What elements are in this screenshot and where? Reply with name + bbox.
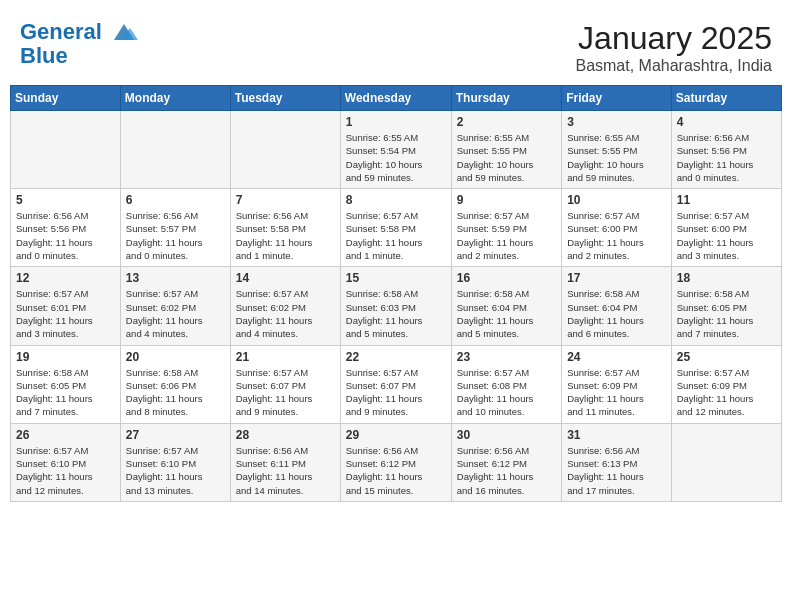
calendar-cell: 14Sunrise: 6:57 AM Sunset: 6:02 PM Dayli… (230, 267, 340, 345)
day-number: 23 (457, 350, 556, 364)
calendar-cell: 22Sunrise: 6:57 AM Sunset: 6:07 PM Dayli… (340, 345, 451, 423)
day-info: Sunrise: 6:58 AM Sunset: 6:04 PM Dayligh… (457, 287, 556, 340)
title-block: January 2025 Basmat, Maharashtra, India (575, 20, 772, 75)
logo: General Blue (20, 20, 138, 68)
calendar-cell: 18Sunrise: 6:58 AM Sunset: 6:05 PM Dayli… (671, 267, 781, 345)
logo-text: General (20, 20, 138, 44)
day-info: Sunrise: 6:56 AM Sunset: 6:12 PM Dayligh… (346, 444, 446, 497)
day-number: 22 (346, 350, 446, 364)
day-info: Sunrise: 6:56 AM Sunset: 5:58 PM Dayligh… (236, 209, 335, 262)
calendar-table: SundayMondayTuesdayWednesdayThursdayFrid… (10, 85, 782, 502)
day-info: Sunrise: 6:55 AM Sunset: 5:54 PM Dayligh… (346, 131, 446, 184)
weekday-header: Wednesday (340, 86, 451, 111)
day-info: Sunrise: 6:56 AM Sunset: 5:57 PM Dayligh… (126, 209, 225, 262)
calendar-cell: 31Sunrise: 6:56 AM Sunset: 6:13 PM Dayli… (562, 423, 672, 501)
day-number: 4 (677, 115, 776, 129)
weekday-header: Monday (120, 86, 230, 111)
day-info: Sunrise: 6:57 AM Sunset: 6:02 PM Dayligh… (126, 287, 225, 340)
logo-blue: Blue (20, 44, 138, 68)
day-info: Sunrise: 6:58 AM Sunset: 6:05 PM Dayligh… (16, 366, 115, 419)
calendar-cell: 15Sunrise: 6:58 AM Sunset: 6:03 PM Dayli… (340, 267, 451, 345)
day-info: Sunrise: 6:57 AM Sunset: 5:59 PM Dayligh… (457, 209, 556, 262)
calendar-cell: 10Sunrise: 6:57 AM Sunset: 6:00 PM Dayli… (562, 189, 672, 267)
day-number: 11 (677, 193, 776, 207)
calendar-cell: 9Sunrise: 6:57 AM Sunset: 5:59 PM Daylig… (451, 189, 561, 267)
day-number: 14 (236, 271, 335, 285)
day-number: 5 (16, 193, 115, 207)
day-info: Sunrise: 6:56 AM Sunset: 6:12 PM Dayligh… (457, 444, 556, 497)
day-info: Sunrise: 6:55 AM Sunset: 5:55 PM Dayligh… (567, 131, 666, 184)
calendar-week-row: 19Sunrise: 6:58 AM Sunset: 6:05 PM Dayli… (11, 345, 782, 423)
calendar-cell: 24Sunrise: 6:57 AM Sunset: 6:09 PM Dayli… (562, 345, 672, 423)
calendar-cell: 3Sunrise: 6:55 AM Sunset: 5:55 PM Daylig… (562, 111, 672, 189)
calendar-cell (671, 423, 781, 501)
day-number: 24 (567, 350, 666, 364)
calendar-cell: 20Sunrise: 6:58 AM Sunset: 6:06 PM Dayli… (120, 345, 230, 423)
day-number: 12 (16, 271, 115, 285)
calendar-cell (230, 111, 340, 189)
day-number: 7 (236, 193, 335, 207)
calendar-cell: 8Sunrise: 6:57 AM Sunset: 5:58 PM Daylig… (340, 189, 451, 267)
weekday-header: Saturday (671, 86, 781, 111)
day-info: Sunrise: 6:57 AM Sunset: 6:10 PM Dayligh… (126, 444, 225, 497)
weekday-row: SundayMondayTuesdayWednesdayThursdayFrid… (11, 86, 782, 111)
day-info: Sunrise: 6:56 AM Sunset: 5:56 PM Dayligh… (16, 209, 115, 262)
day-number: 30 (457, 428, 556, 442)
calendar-cell: 12Sunrise: 6:57 AM Sunset: 6:01 PM Dayli… (11, 267, 121, 345)
day-number: 3 (567, 115, 666, 129)
day-info: Sunrise: 6:57 AM Sunset: 6:02 PM Dayligh… (236, 287, 335, 340)
calendar-week-row: 26Sunrise: 6:57 AM Sunset: 6:10 PM Dayli… (11, 423, 782, 501)
day-info: Sunrise: 6:57 AM Sunset: 6:07 PM Dayligh… (346, 366, 446, 419)
weekday-header: Friday (562, 86, 672, 111)
day-number: 29 (346, 428, 446, 442)
calendar-cell: 27Sunrise: 6:57 AM Sunset: 6:10 PM Dayli… (120, 423, 230, 501)
day-info: Sunrise: 6:57 AM Sunset: 6:08 PM Dayligh… (457, 366, 556, 419)
day-info: Sunrise: 6:56 AM Sunset: 6:13 PM Dayligh… (567, 444, 666, 497)
calendar-cell: 13Sunrise: 6:57 AM Sunset: 6:02 PM Dayli… (120, 267, 230, 345)
calendar-cell: 2Sunrise: 6:55 AM Sunset: 5:55 PM Daylig… (451, 111, 561, 189)
day-info: Sunrise: 6:57 AM Sunset: 6:09 PM Dayligh… (567, 366, 666, 419)
calendar-week-row: 1Sunrise: 6:55 AM Sunset: 5:54 PM Daylig… (11, 111, 782, 189)
day-number: 31 (567, 428, 666, 442)
day-number: 16 (457, 271, 556, 285)
day-info: Sunrise: 6:57 AM Sunset: 6:00 PM Dayligh… (677, 209, 776, 262)
page-header: General Blue January 2025 Basmat, Mahara… (10, 10, 782, 80)
calendar-cell: 17Sunrise: 6:58 AM Sunset: 6:04 PM Dayli… (562, 267, 672, 345)
day-number: 26 (16, 428, 115, 442)
calendar-cell: 23Sunrise: 6:57 AM Sunset: 6:08 PM Dayli… (451, 345, 561, 423)
logo-icon (110, 22, 138, 44)
calendar-week-row: 5Sunrise: 6:56 AM Sunset: 5:56 PM Daylig… (11, 189, 782, 267)
day-info: Sunrise: 6:57 AM Sunset: 6:09 PM Dayligh… (677, 366, 776, 419)
day-number: 17 (567, 271, 666, 285)
day-number: 21 (236, 350, 335, 364)
day-info: Sunrise: 6:57 AM Sunset: 6:01 PM Dayligh… (16, 287, 115, 340)
calendar-cell (120, 111, 230, 189)
calendar-cell: 16Sunrise: 6:58 AM Sunset: 6:04 PM Dayli… (451, 267, 561, 345)
day-info: Sunrise: 6:58 AM Sunset: 6:03 PM Dayligh… (346, 287, 446, 340)
calendar-cell: 30Sunrise: 6:56 AM Sunset: 6:12 PM Dayli… (451, 423, 561, 501)
calendar-title: January 2025 (575, 20, 772, 57)
day-number: 25 (677, 350, 776, 364)
day-info: Sunrise: 6:57 AM Sunset: 6:07 PM Dayligh… (236, 366, 335, 419)
day-number: 10 (567, 193, 666, 207)
day-number: 20 (126, 350, 225, 364)
weekday-header: Thursday (451, 86, 561, 111)
calendar-cell: 26Sunrise: 6:57 AM Sunset: 6:10 PM Dayli… (11, 423, 121, 501)
calendar-week-row: 12Sunrise: 6:57 AM Sunset: 6:01 PM Dayli… (11, 267, 782, 345)
calendar-cell: 1Sunrise: 6:55 AM Sunset: 5:54 PM Daylig… (340, 111, 451, 189)
calendar-subtitle: Basmat, Maharashtra, India (575, 57, 772, 75)
day-info: Sunrise: 6:57 AM Sunset: 6:00 PM Dayligh… (567, 209, 666, 262)
day-number: 8 (346, 193, 446, 207)
day-info: Sunrise: 6:55 AM Sunset: 5:55 PM Dayligh… (457, 131, 556, 184)
calendar-cell: 29Sunrise: 6:56 AM Sunset: 6:12 PM Dayli… (340, 423, 451, 501)
day-number: 27 (126, 428, 225, 442)
calendar-cell: 25Sunrise: 6:57 AM Sunset: 6:09 PM Dayli… (671, 345, 781, 423)
calendar-header: SundayMondayTuesdayWednesdayThursdayFrid… (11, 86, 782, 111)
weekday-header: Tuesday (230, 86, 340, 111)
calendar-cell: 21Sunrise: 6:57 AM Sunset: 6:07 PM Dayli… (230, 345, 340, 423)
calendar-cell: 11Sunrise: 6:57 AM Sunset: 6:00 PM Dayli… (671, 189, 781, 267)
day-number: 28 (236, 428, 335, 442)
day-number: 18 (677, 271, 776, 285)
calendar-cell: 6Sunrise: 6:56 AM Sunset: 5:57 PM Daylig… (120, 189, 230, 267)
calendar-cell: 4Sunrise: 6:56 AM Sunset: 5:56 PM Daylig… (671, 111, 781, 189)
